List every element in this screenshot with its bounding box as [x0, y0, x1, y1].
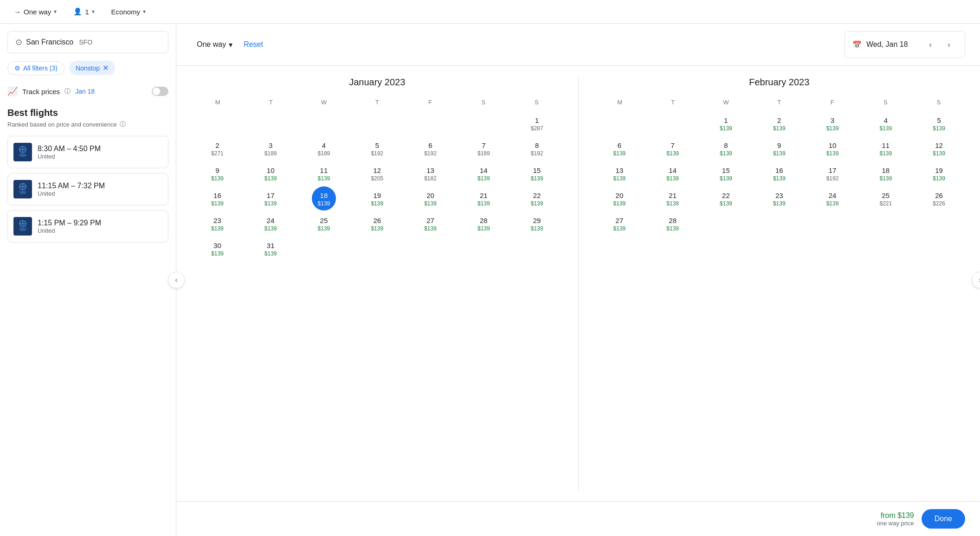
day-cell[interactable]: 13$139: [593, 161, 646, 185]
date-next-button[interactable]: ›: [941, 36, 957, 53]
day-cell[interactable]: 27$139: [404, 211, 457, 236]
day-number: 30: [213, 241, 221, 250]
day-cell[interactable]: 1$139: [700, 111, 752, 135]
empty-day-cell: [458, 111, 510, 135]
day-cell[interactable]: 22$139: [700, 186, 752, 211]
day-cell[interactable]: 6$139: [593, 136, 646, 160]
day-cell[interactable]: 4$139: [859, 111, 912, 135]
day-cell[interactable]: 16$139: [191, 186, 244, 211]
day-number: 10: [267, 166, 275, 175]
nonstop-chip[interactable]: Nonstop ✕: [69, 61, 115, 75]
day-cell[interactable]: 14$139: [646, 161, 699, 185]
done-button[interactable]: Done: [922, 509, 965, 529]
day-price: $139: [613, 150, 626, 157]
day-cell[interactable]: 1$287: [511, 111, 563, 135]
flight-card[interactable]: 1:15 PM – 9:29 PM United: [7, 210, 168, 242]
day-cell[interactable]: 9$139: [191, 161, 244, 185]
day-cell[interactable]: 24$139: [245, 211, 297, 236]
day-cell[interactable]: 13$182: [404, 161, 457, 185]
day-cell[interactable]: 25$139: [298, 211, 350, 236]
track-prices-label: Track prices: [22, 88, 60, 96]
day-number: 22: [722, 191, 730, 200]
day-cell[interactable]: 28$139: [458, 211, 510, 236]
track-info-icon[interactable]: ⓘ: [64, 87, 71, 96]
day-cell[interactable]: 5$139: [913, 111, 965, 135]
day-header-f: F: [806, 97, 859, 108]
day-cell[interactable]: 8$139: [700, 136, 752, 160]
day-cell[interactable]: 12$205: [351, 161, 403, 185]
day-cell[interactable]: 8$192: [511, 136, 563, 160]
day-cell[interactable]: 7$139: [646, 136, 699, 160]
day-cell[interactable]: 3$139: [806, 111, 859, 135]
day-cell[interactable]: 24$139: [806, 186, 859, 211]
day-cell[interactable]: 11$139: [298, 161, 350, 185]
day-cell[interactable]: 3$189: [245, 136, 297, 160]
february-day-headers: M T W T F S S: [593, 97, 966, 108]
day-cell[interactable]: 15$139: [700, 161, 752, 185]
selected-date-display[interactable]: 📅 Wed, Jan 18 ‹ ›: [845, 31, 965, 58]
day-cell[interactable]: 19$139: [351, 186, 403, 211]
day-cell[interactable]: 18$139: [859, 161, 912, 185]
date-prev-button[interactable]: ‹: [922, 36, 939, 53]
day-cell[interactable]: 10$139: [806, 136, 859, 160]
day-cell[interactable]: 5$192: [351, 136, 403, 160]
day-cell[interactable]: 16$139: [753, 161, 806, 185]
track-prices-toggle[interactable]: [152, 87, 168, 96]
one-way-selector[interactable]: → One way ▾: [9, 5, 61, 19]
day-cell[interactable]: 20$139: [404, 186, 457, 211]
day-cell[interactable]: 2$271: [191, 136, 244, 160]
day-header-w: W: [700, 97, 753, 108]
day-cell[interactable]: 31$139: [245, 236, 297, 261]
filters-row: ⚙ All filters (3) Nonstop ✕: [7, 61, 168, 75]
day-cell[interactable]: 20$139: [593, 186, 646, 211]
day-cell[interactable]: 26$139: [351, 211, 403, 236]
origin-search-box[interactable]: ⊙ San Francisco SFO: [7, 31, 168, 53]
day-cell[interactable]: 15$139: [511, 161, 563, 185]
flight-card[interactable]: 8:30 AM – 4:50 PM United: [7, 136, 168, 168]
day-cell[interactable]: 19$139: [913, 161, 965, 185]
day-cell[interactable]: 30$139: [191, 236, 244, 261]
day-cell[interactable]: 23$139: [753, 186, 806, 211]
day-cell[interactable]: 17$139: [245, 186, 297, 211]
flight-card[interactable]: 11:15 AM – 7:32 PM United: [7, 173, 168, 205]
cabin-label: Economy: [111, 8, 141, 16]
day-cell[interactable]: 22$139: [511, 186, 563, 211]
origin-dot-icon: ⊙: [15, 37, 22, 47]
february-day-grid: 1$1392$1393$1394$1395$1396$1397$1398$139…: [593, 111, 966, 236]
price-info: from $139 one way price: [877, 511, 914, 527]
day-number: 3: [269, 140, 272, 150]
day-cell[interactable]: 10$139: [245, 161, 297, 185]
day-cell[interactable]: 11$139: [859, 136, 912, 160]
day-cell[interactable]: 25$221: [859, 186, 912, 211]
day-cell[interactable]: 26$226: [913, 186, 965, 211]
day-cell[interactable]: 14$139: [458, 161, 510, 185]
cabin-selector[interactable]: Economy ▾: [107, 5, 151, 19]
day-cell[interactable]: 9$139: [753, 136, 806, 160]
day-cell[interactable]: 21$139: [458, 186, 510, 211]
day-cell[interactable]: 17$192: [806, 161, 859, 185]
day-price: $182: [424, 175, 437, 182]
nonstop-remove-icon[interactable]: ✕: [103, 64, 109, 72]
calendar-prev-arrow[interactable]: ‹: [168, 272, 185, 288]
day-cell[interactable]: 7$189: [458, 136, 510, 160]
day-cell[interactable]: 4$189: [298, 136, 350, 160]
day-cell[interactable]: 28$139: [646, 211, 699, 236]
reset-button[interactable]: Reset: [244, 40, 263, 49]
day-price: $139: [264, 200, 277, 207]
calendar-one-way-button[interactable]: One way ▾: [191, 37, 238, 53]
passengers-selector[interactable]: 👤 1 ▾: [69, 5, 99, 19]
day-number: 19: [373, 191, 381, 200]
day-cell[interactable]: 18$139: [312, 186, 336, 211]
day-cell[interactable]: 27$139: [593, 211, 646, 236]
day-price: $139: [211, 250, 224, 257]
day-cell[interactable]: 6$192: [404, 136, 457, 160]
flight-airline: United: [38, 190, 162, 197]
day-cell[interactable]: 29$139: [511, 211, 563, 236]
from-price-label: from $139: [877, 511, 914, 520]
day-cell[interactable]: 21$139: [646, 186, 699, 211]
day-header-m: M: [191, 97, 245, 108]
day-cell[interactable]: 12$139: [913, 136, 965, 160]
all-filters-button[interactable]: ⚙ All filters (3): [7, 61, 64, 75]
day-cell[interactable]: 2$139: [753, 111, 806, 135]
day-cell[interactable]: 23$139: [191, 211, 244, 236]
